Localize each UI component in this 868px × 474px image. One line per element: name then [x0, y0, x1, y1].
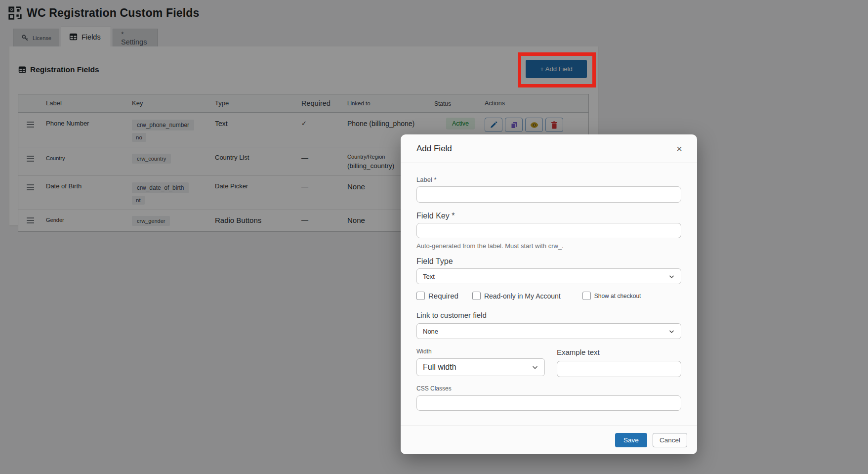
modal-body: Label * Field Key * Auto-generated from …	[401, 163, 697, 411]
label-field-label: Label *	[416, 176, 681, 183]
link-to-customer-field-label: Link to customer field	[416, 311, 681, 319]
field-type-value: Text	[423, 273, 435, 280]
required-checkbox-item: Required	[416, 292, 458, 300]
modal-footer: Save Cancel	[401, 426, 697, 454]
readonly-checkbox[interactable]	[472, 292, 481, 300]
readonly-checkbox-label: Read-only in My Account	[484, 292, 561, 300]
field-key-label: Field Key *	[416, 212, 681, 220]
width-example-row: Width Full width Example text	[416, 348, 681, 377]
show-at-checkout-checkbox[interactable]	[582, 292, 591, 300]
link-to-customer-field-value: None	[423, 328, 438, 335]
close-icon[interactable]: ×	[676, 144, 682, 154]
chevron-down-icon	[532, 364, 538, 371]
width-value: Full width	[423, 363, 456, 372]
css-classes-label: CSS Classes	[416, 385, 681, 392]
field-key-input[interactable]	[416, 223, 681, 238]
field-type-label: Field Type	[416, 257, 681, 266]
chevron-down-icon	[668, 328, 675, 335]
width-label: Width	[416, 348, 545, 355]
css-classes-input[interactable]	[416, 395, 681, 411]
cancel-button[interactable]: Cancel	[653, 433, 687, 447]
example-text-block: Example text	[557, 348, 681, 377]
checkbox-row: Required Read-only in My Account Show at…	[416, 292, 681, 300]
modal-title: Add Field	[416, 144, 452, 154]
css-classes-block: CSS Classes	[416, 385, 681, 411]
width-select[interactable]: Full width	[416, 358, 545, 376]
required-checkbox-label: Required	[428, 292, 458, 300]
add-field-modal: Add Field × Label * Field Key * Auto-gen…	[401, 134, 697, 454]
modal-header: Add Field ×	[401, 134, 697, 163]
field-key-help-text: Auto-generated from the label. Must star…	[416, 242, 681, 250]
show-at-checkout-checkbox-item: Show at checkout	[582, 292, 641, 300]
readonly-checkbox-item: Read-only in My Account	[472, 292, 561, 300]
link-to-customer-field-select[interactable]: None	[416, 323, 681, 339]
save-button[interactable]: Save	[615, 433, 647, 447]
show-at-checkout-checkbox-label: Show at checkout	[594, 293, 641, 300]
label-input[interactable]	[416, 186, 681, 203]
example-text-input[interactable]	[557, 361, 681, 377]
width-block: Width Full width	[416, 348, 545, 377]
wp-admin-screen: WC Registration Custom Fields License	[0, 0, 868, 474]
chevron-down-icon	[668, 273, 675, 280]
field-type-select[interactable]: Text	[416, 268, 681, 284]
example-text-label: Example text	[557, 348, 681, 356]
link-to-customer-field-block: Link to customer field None	[416, 311, 681, 339]
required-checkbox[interactable]	[416, 292, 425, 300]
